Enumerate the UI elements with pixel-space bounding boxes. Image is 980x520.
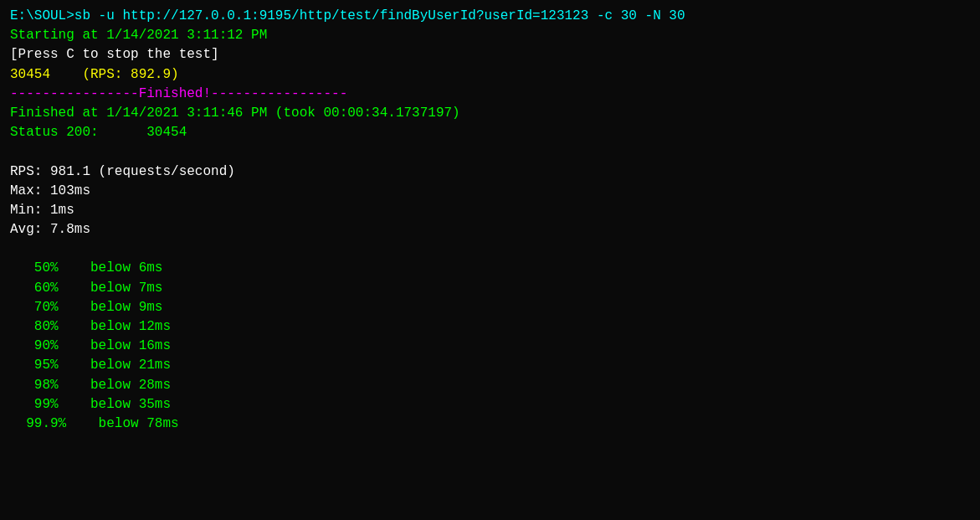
terminal-line-press-c: [Press C to stop the test]: [10, 45, 970, 64]
terminal-line-min: Min: 1ms: [10, 201, 970, 220]
terminal-line-command: E:\SOUL>sb -u http://127.0.0.1:9195/http…: [10, 7, 970, 26]
terminal-line-rps: RPS: 981.1 (requests/second): [10, 162, 970, 182]
terminal-line-finished-at: Finished at 1/14/2021 3:11:46 PM (took 0…: [10, 104, 970, 123]
terminal-line-max: Max: 103ms: [10, 182, 970, 201]
terminal-line-starting: Starting at 1/14/2021 3:11:12 PM: [10, 26, 970, 45]
terminal-line-p95: 95% below 21ms: [10, 356, 970, 375]
terminal-line-p50: 50% below 6ms: [10, 259, 970, 278]
terminal-line-status: Status 200: 30454: [10, 123, 970, 142]
terminal-line-avg: Avg: 7.8ms: [10, 220, 970, 239]
terminal-line-p99: 99% below 35ms: [10, 395, 970, 414]
terminal-line-p80: 80% below 12ms: [10, 317, 970, 337]
terminal-line-p999: 99.9% below 78ms: [10, 414, 970, 434]
terminal-line-blank1: [10, 142, 970, 162]
terminal-line-p60: 60% below 7ms: [10, 279, 970, 298]
terminal-line-p98: 98% below 28ms: [10, 376, 970, 395]
terminal-line-p90: 90% below 16ms: [10, 337, 970, 356]
terminal-line-p70: 70% below 9ms: [10, 298, 970, 317]
terminal-line-rps-live: 30454 (RPS: 892.9): [10, 65, 970, 85]
terminal-window: E:\SOUL>sb -u http://127.0.0.1:9195/http…: [0, 0, 980, 520]
terminal-line-blank2: [10, 239, 970, 259]
terminal-line-finished-divider: ----------------Finished!---------------…: [10, 85, 970, 104]
